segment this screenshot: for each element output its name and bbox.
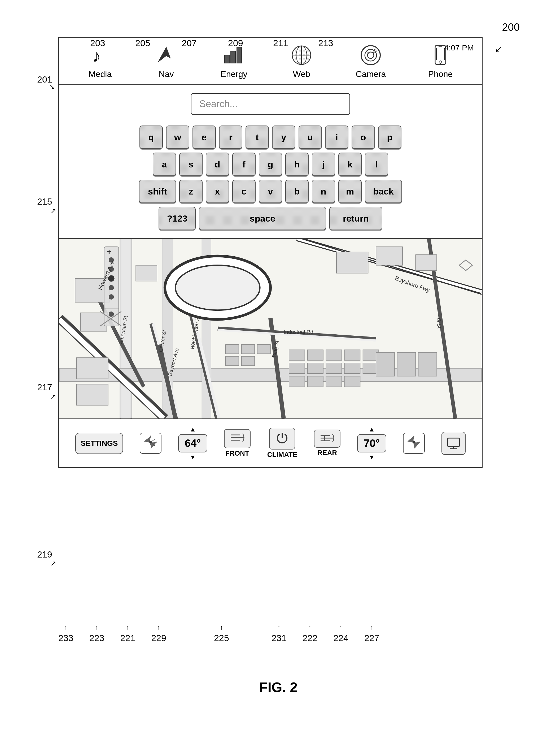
key-y[interactable]: y xyxy=(272,126,295,149)
display-button[interactable] xyxy=(441,432,466,455)
climate-power-button[interactable] xyxy=(269,428,295,449)
svg-rect-47 xyxy=(344,363,360,374)
energy-label: Energy xyxy=(220,69,247,79)
svg-point-67 xyxy=(109,294,114,300)
arrow-229: ↑ xyxy=(157,623,160,632)
ref-213: 213 xyxy=(318,38,333,48)
svg-rect-55 xyxy=(241,344,254,354)
svg-rect-40 xyxy=(307,363,323,374)
key-x[interactable]: x xyxy=(206,180,229,203)
svg-rect-59 xyxy=(76,384,108,405)
svg-text:G St: G St xyxy=(436,318,442,329)
svg-rect-52 xyxy=(397,352,416,376)
key-p[interactable]: p xyxy=(378,126,402,149)
key-j[interactable]: j xyxy=(312,152,335,176)
ref-203: 203 xyxy=(90,38,105,48)
key-l[interactable]: l xyxy=(365,152,388,176)
arrow-233: ↑ xyxy=(64,623,67,632)
right-temp-up[interactable]: ▲ xyxy=(363,425,380,434)
svg-rect-19 xyxy=(436,48,445,60)
left-temp-up[interactable]: ▲ xyxy=(184,425,201,434)
svg-text:Industrial Rd: Industrial Rd xyxy=(284,329,314,335)
key-v[interactable]: v xyxy=(259,180,282,203)
right-temp-down[interactable]: ▼ xyxy=(363,452,380,462)
ref-224: 224 xyxy=(333,633,348,643)
key-back[interactable]: back xyxy=(365,180,402,203)
key-f[interactable]: f xyxy=(232,152,255,176)
key-o[interactable]: o xyxy=(352,126,375,149)
key-n[interactable]: n xyxy=(312,180,335,203)
key-z[interactable]: z xyxy=(179,180,202,203)
svg-point-71 xyxy=(109,311,114,317)
key-r[interactable]: r xyxy=(219,126,242,149)
arrow-223: ↑ xyxy=(95,623,99,632)
front-fan-icon[interactable] xyxy=(224,429,250,448)
settings-button[interactable]: SETTINGS xyxy=(75,433,123,454)
key-row-2: a s d f g h j k l xyxy=(153,152,388,176)
front-control: FRONT xyxy=(224,429,250,457)
camera-label: Camera xyxy=(356,69,386,79)
key-d[interactable]: d xyxy=(206,152,229,176)
nav-item-web[interactable]: Web xyxy=(289,43,314,79)
svg-rect-46 xyxy=(344,350,360,360)
ref-222: 222 xyxy=(302,633,317,643)
key-numbers[interactable]: ?123 xyxy=(158,207,196,230)
right-fan-icon[interactable] xyxy=(403,433,425,454)
key-shift[interactable]: shift xyxy=(139,180,176,203)
ref-233: 233 xyxy=(58,633,74,643)
left-temp-down[interactable]: ▼ xyxy=(184,452,201,462)
key-c[interactable]: c xyxy=(232,180,255,203)
svg-rect-31 xyxy=(376,247,403,265)
fig-label: FIG. 2 xyxy=(259,679,297,695)
nav-label: Nav xyxy=(159,69,174,79)
key-m[interactable]: m xyxy=(338,180,362,203)
arrow-225: ↑ xyxy=(220,623,223,632)
key-row-4: ?123 space return xyxy=(158,207,382,230)
key-u[interactable]: u xyxy=(298,126,322,149)
key-return[interactable]: return xyxy=(329,207,382,230)
left-temp-control: ▲ 64° ▼ xyxy=(178,425,207,462)
ref-201-arrow: ↘ xyxy=(49,82,55,91)
key-row-3: shift z x c v b n m back xyxy=(139,180,402,203)
nav-item-energy[interactable]: Energy xyxy=(220,43,247,79)
key-a[interactable]: a xyxy=(153,152,176,176)
nav-item-camera[interactable]: Camera xyxy=(356,43,386,79)
key-w[interactable]: w xyxy=(166,126,189,149)
nav-item-nav[interactable]: Nav xyxy=(154,43,178,79)
svg-rect-32 xyxy=(416,255,437,271)
svg-point-11 xyxy=(292,46,311,64)
left-fan-icon[interactable] xyxy=(140,433,161,454)
ref-215-arrow: ↗ xyxy=(50,207,56,215)
rear-control: REAR xyxy=(314,430,340,457)
key-b[interactable]: b xyxy=(285,180,309,203)
nav-icon xyxy=(154,43,178,67)
key-k[interactable]: k xyxy=(338,152,362,176)
svg-rect-4 xyxy=(237,47,241,63)
key-space[interactable]: space xyxy=(199,207,326,230)
key-h[interactable]: h xyxy=(285,152,309,176)
svg-rect-39 xyxy=(289,363,305,374)
camera-icon xyxy=(359,43,383,67)
key-i[interactable]: i xyxy=(325,126,348,149)
svg-point-20 xyxy=(439,61,442,63)
key-s[interactable]: s xyxy=(179,152,202,176)
key-q[interactable]: q xyxy=(139,126,163,149)
nav-item-media[interactable]: ♪ Media xyxy=(88,43,112,79)
arrow-222: ↑ xyxy=(308,623,312,632)
key-t[interactable]: t xyxy=(245,126,269,149)
keyboard-section: Search... q w e r t y u i o p a xyxy=(59,85,482,239)
search-bar[interactable]: Search... xyxy=(191,93,350,115)
bottom-refs: ↑ 233 ↑ 223 ↑ 221 ↑ 229 ↑ 225 ↑ 231 ↑ 22… xyxy=(58,623,379,643)
svg-rect-51 xyxy=(376,352,394,376)
rear-fan-icon[interactable] xyxy=(314,430,340,448)
time-display: 4:07 PM xyxy=(444,43,474,52)
ref-227: 227 xyxy=(364,633,379,643)
key-e[interactable]: e xyxy=(192,126,216,149)
ref-209: 209 xyxy=(228,38,243,48)
front-label: FRONT xyxy=(225,449,249,457)
ref-221: 221 xyxy=(120,633,135,643)
ref-225: 225 xyxy=(214,633,229,643)
key-g[interactable]: g xyxy=(259,152,282,176)
arrow-224: ↑ xyxy=(339,623,342,632)
ref-231: 231 xyxy=(272,633,287,643)
